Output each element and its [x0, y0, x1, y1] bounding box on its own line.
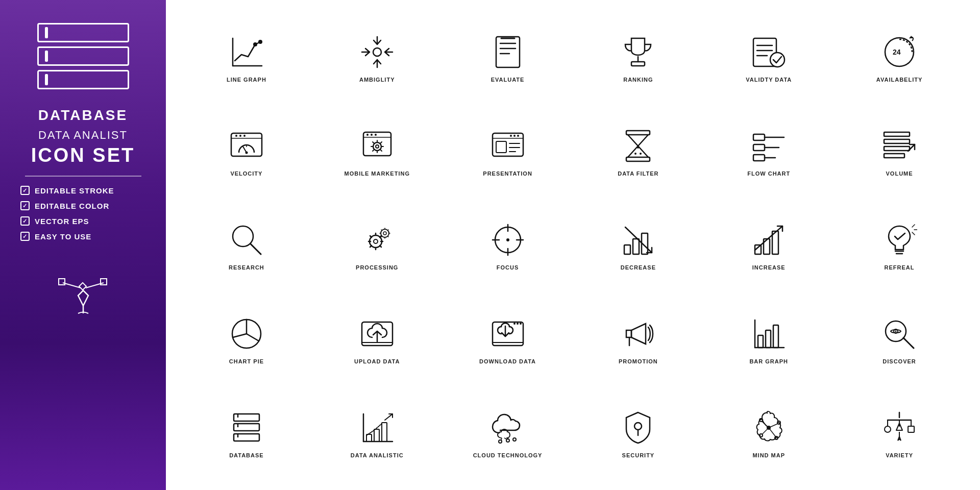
svg-point-126 [513, 438, 516, 441]
upload-data-icon [357, 313, 398, 354]
svg-point-102 [513, 323, 516, 325]
security-icon [618, 407, 658, 448]
icon-cell-volume: VOLUME [834, 104, 965, 198]
database-icon [32, 15, 134, 97]
svg-point-9 [258, 40, 262, 44]
icon-cell-processing: PROCESSING [312, 198, 443, 292]
svg-line-124 [385, 414, 393, 420]
svg-point-36 [366, 134, 369, 136]
icon-label-processing: PROCESSING [356, 264, 398, 271]
icon-cell-flow-chart: FLOW CHART [703, 104, 834, 198]
svg-rect-106 [758, 335, 763, 348]
svg-line-129 [501, 438, 502, 440]
icon-label-flow-chart: FLOW CHART [747, 170, 790, 177]
icon-cell-validity-data: VALIDTY DATA [703, 10, 834, 104]
svg-line-141 [762, 428, 769, 434]
sidebar-big-title: ICON SET [31, 144, 135, 166]
validity-data-icon [748, 32, 789, 72]
svg-line-139 [769, 424, 778, 428]
processing-icon [357, 219, 398, 260]
sidebar-title: DATABASE [38, 107, 128, 124]
svg-point-70 [383, 232, 386, 235]
feature-label-4: EASY TO USE [35, 232, 91, 241]
svg-rect-16 [631, 62, 645, 66]
svg-rect-55 [753, 134, 765, 140]
increase-icon [748, 219, 789, 260]
line-graph-icon [226, 32, 267, 72]
icon-label-data-filter: DATA FILTER [618, 170, 658, 177]
icon-cell-presentation: PRESENTATION [443, 104, 573, 198]
icon-label-availability: AVAILABELITY [876, 77, 922, 83]
icon-cell-discover: DISCOVER [834, 292, 965, 386]
svg-rect-77 [624, 245, 630, 254]
icon-label-bar-graph: BAR GRAPH [749, 358, 788, 364]
icon-label-chart-pie: CHART PIE [229, 358, 264, 364]
bar-graph-icon [748, 313, 789, 354]
icon-cell-focus: FOCUS [443, 198, 573, 292]
icon-cell-mobile-marketing: MOBILE MARKETING [312, 104, 443, 198]
svg-line-140 [769, 428, 776, 437]
check-icon-1: ✓ [20, 186, 30, 195]
svg-point-53 [634, 153, 636, 155]
svg-rect-122 [374, 429, 379, 442]
svg-rect-2 [59, 279, 65, 285]
download-data-icon [487, 313, 528, 354]
data-analistic-icon [357, 407, 398, 448]
icon-cell-evaluate: EVALUATE [443, 10, 573, 104]
icon-cell-mind-map: MIND MAP [703, 386, 834, 480]
icon-label-discover: DISCOVER [883, 358, 916, 364]
icon-label-volume: VOLUME [886, 170, 913, 177]
availability-icon: 24 [879, 32, 920, 72]
svg-rect-57 [753, 155, 765, 161]
feature-item-4: ✓ EASY TO USE [20, 232, 156, 241]
svg-point-147 [885, 426, 891, 432]
feature-label-1: EDITABLE STROKE [35, 186, 114, 195]
icon-label-presentation: PRESENTATION [483, 170, 532, 177]
icon-cell-ambiguity: AMBIGLITY [312, 10, 443, 104]
svg-point-30 [245, 152, 248, 154]
icon-label-velocity: VELOCITY [230, 170, 262, 177]
mobile-marketing-icon [357, 126, 398, 166]
icon-label-upload-data: UPLOAD DATA [354, 358, 400, 364]
check-icon-4: ✓ [20, 232, 30, 241]
svg-point-52 [637, 146, 639, 149]
svg-rect-107 [766, 330, 771, 348]
svg-rect-123 [382, 423, 387, 442]
icon-cell-ranking: RANKING [573, 10, 703, 104]
pen-tool-icon [53, 257, 114, 318]
svg-rect-56 [753, 144, 765, 151]
sidebar-divider [25, 176, 141, 177]
db-layer-3 [37, 70, 129, 89]
svg-point-112 [895, 331, 897, 332]
svg-point-127 [499, 440, 502, 443]
feature-label-2: EDITABLE COLOR [35, 202, 109, 210]
svg-line-89 [912, 232, 915, 235]
icon-label-decrease: DECREASE [621, 264, 656, 271]
svg-rect-63 [884, 146, 910, 151]
icon-cell-bar-graph: BAR GRAPH [703, 292, 834, 386]
icon-label-database: DATABASE [229, 452, 263, 458]
svg-rect-50 [626, 131, 650, 135]
svg-line-110 [903, 338, 914, 348]
icon-label-increase: INCREASE [752, 264, 786, 271]
svg-text:24: 24 [893, 48, 901, 56]
svg-line-93 [233, 334, 247, 337]
icon-label-mobile-marketing: MOBILE MARKETING [345, 170, 410, 177]
svg-point-43 [517, 135, 519, 137]
svg-point-10 [373, 48, 381, 56]
icon-cell-decrease: DECREASE [573, 198, 703, 292]
svg-rect-3 [79, 283, 86, 290]
svg-point-45 [510, 135, 512, 137]
icon-label-variety: VARIETY [886, 452, 913, 458]
svg-rect-11 [496, 37, 520, 67]
svg-point-54 [640, 153, 642, 155]
svg-point-100 [517, 323, 519, 325]
icon-label-line-graph: LINE GRAPH [227, 77, 266, 83]
svg-line-0 [63, 283, 81, 288]
feature-item-1: ✓ EDITABLE STROKE [20, 186, 156, 195]
svg-point-27 [239, 135, 241, 137]
icon-label-download-data: DOWNLOAD DATA [479, 358, 536, 364]
icon-cell-cloud-technology: CLOUD TECHNOLOGY [443, 386, 573, 480]
feature-list: ✓ EDITABLE STROKE ✓ EDITABLE COLOR ✓ VEC… [10, 186, 156, 247]
feature-item-3: ✓ VECTOR EPS [20, 216, 156, 226]
